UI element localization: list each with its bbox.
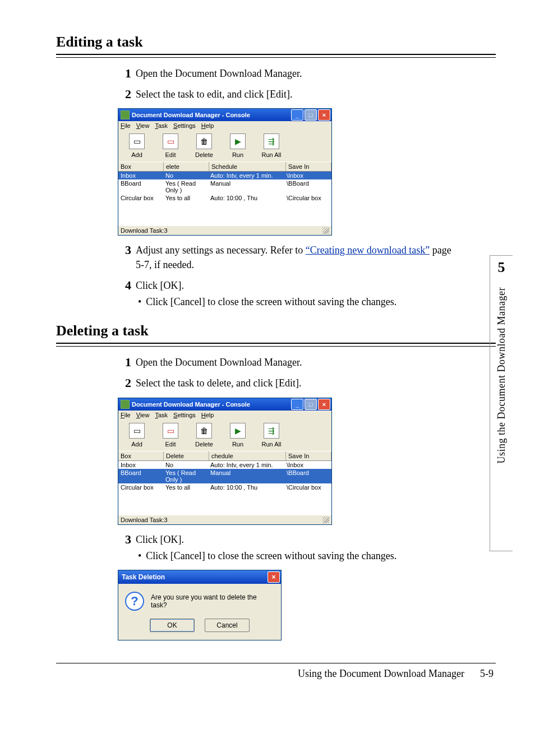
dialog-title: Task Deletion <box>122 573 165 581</box>
col-box[interactable]: Box <box>118 162 164 171</box>
step-number: 1 <box>118 356 131 369</box>
dialog-message: Are you sure you want to delete the task… <box>151 593 274 609</box>
step-number: 1 <box>118 67 131 80</box>
document-icon: ▭ <box>129 133 145 149</box>
step-number: 4 <box>118 279 131 292</box>
step-text: Click [OK]. •Click [Cancel] to close the… <box>136 279 454 309</box>
document-edit-icon: ▭ <box>163 423 178 439</box>
toolbar: ▭Add ▭Edit 🗑Delete ▶Run ⇶Run All <box>118 130 331 162</box>
section-deleting-title: Deleting a task <box>56 322 496 339</box>
col-delete[interactable]: Delete <box>164 451 209 460</box>
table-row[interactable]: BBoard Yes ( Read Only ) Manual \BBoard <box>118 469 331 483</box>
col-schedule[interactable]: chedule <box>209 451 286 460</box>
close-button[interactable]: × <box>318 399 330 410</box>
status-text: Download Task:3 <box>121 227 168 234</box>
ok-button[interactable]: OK <box>150 619 195 632</box>
menu-file[interactable]: File <box>121 412 131 418</box>
task-deletion-dialog: Task Deletion × ? Are you sure you want … <box>118 570 282 640</box>
table-row[interactable]: BBoard Yes ( Read Only ) Manual \BBoard <box>118 179 331 194</box>
menu-view[interactable]: View <box>136 122 150 129</box>
step-text: Open the Document Download Manager. <box>136 67 454 81</box>
menu-settings[interactable]: Settings <box>173 412 196 418</box>
dialog-titlebar: Task Deletion × <box>118 570 281 584</box>
table-row[interactable]: Circular box Yes to all Auto: 10:00 , Th… <box>118 483 331 491</box>
table-row[interactable]: Inbox No Auto: Intv, every 1 min. \Inbox <box>118 172 331 179</box>
resize-grip[interactable] <box>322 227 329 234</box>
run-icon: ▶ <box>230 133 246 149</box>
step-text: Select the task to edit, and click [Edit… <box>136 87 454 102</box>
menu-help[interactable]: Help <box>201 412 214 418</box>
menu-task[interactable]: Task <box>155 122 168 129</box>
trash-icon: 🗑 <box>196 423 212 439</box>
screenshot-deleting: Document Download Manager - Console _ □ … <box>118 398 454 525</box>
trash-icon: 🗑 <box>196 133 212 149</box>
page-footer: Using the Document Download Manager 5-9 <box>56 663 496 680</box>
cancel-button[interactable]: Cancel <box>205 619 250 632</box>
menu-file[interactable]: File <box>121 122 131 129</box>
statusbar: Download Task:3 <box>118 225 331 235</box>
window-titlebar: Document Download Manager - Console _ □ … <box>118 109 331 121</box>
menu-help[interactable]: Help <box>201 122 214 129</box>
screenshot-editing: Document Download Manager - Console _ □ … <box>118 108 454 236</box>
document-edit-icon: ▭ <box>163 133 178 149</box>
col-box[interactable]: Box <box>118 451 164 460</box>
section-rule <box>56 343 496 347</box>
step-number: 2 <box>118 376 131 390</box>
col-delete[interactable]: elete <box>164 162 209 171</box>
window-title: Document Download Manager - Console <box>132 401 290 408</box>
step-text: Adjust any settings as necessary. Refer … <box>136 243 454 271</box>
close-button[interactable]: × <box>318 109 330 121</box>
statusbar: Download Task:3 <box>118 515 331 524</box>
add-button[interactable]: ▭Add <box>124 423 150 448</box>
step-2: 2 Select the task to edit, and click [Ed… <box>118 87 454 102</box>
menu-task[interactable]: Task <box>155 412 168 418</box>
delete-button[interactable]: 🗑Delete <box>191 133 217 158</box>
footer-page-number: 5-9 <box>480 668 494 680</box>
chapter-number: 5 <box>498 259 505 276</box>
section-editing-title: Editing a task <box>56 34 496 50</box>
col-savein[interactable]: Save In <box>286 451 331 460</box>
dialog-close-button[interactable]: × <box>268 571 280 583</box>
run-icon: ▶ <box>230 423 246 439</box>
run-all-icon: ⇶ <box>264 423 279 439</box>
menubar: File View Task Settings Help <box>118 411 331 420</box>
run-all-button[interactable]: ⇶Run All <box>259 423 284 448</box>
step-text: Select the task to delete, and click [Ed… <box>136 376 454 390</box>
list-header: Box elete Schedule Save In <box>118 162 331 172</box>
list-body: Inbox No Auto: Intv, every 1 min. \Inbox… <box>118 172 331 225</box>
menu-view[interactable]: View <box>136 412 150 418</box>
edit-button[interactable]: ▭Edit <box>158 423 183 448</box>
status-text: Download Task:3 <box>121 517 168 523</box>
list-header: Box Delete chedule Save In <box>118 451 331 461</box>
run-button[interactable]: ▶Run <box>225 423 251 448</box>
question-icon: ? <box>125 592 144 611</box>
run-all-button[interactable]: ⇶Run All <box>259 133 284 158</box>
minimize-button[interactable]: _ <box>291 109 303 121</box>
run-all-icon: ⇶ <box>264 133 279 149</box>
minimize-button[interactable]: _ <box>291 399 303 410</box>
step-3: 3 Click [OK]. •Click [Cancel] to close t… <box>118 533 454 563</box>
col-schedule[interactable]: Schedule <box>209 162 286 171</box>
edit-button[interactable]: ▭Edit <box>158 133 183 158</box>
app-icon <box>121 400 130 409</box>
footer-chapter-title: Using the Document Download Manager <box>298 668 464 680</box>
col-savein[interactable]: Save In <box>286 162 331 171</box>
table-row[interactable]: Circular box Yes to all Auto: 10:00 , Th… <box>118 194 331 202</box>
maximize-button[interactable]: □ <box>305 109 317 121</box>
step-number: 3 <box>118 533 131 546</box>
step-number: 3 <box>118 243 131 257</box>
step-4: 4 Click [OK]. •Click [Cancel] to close t… <box>118 279 454 309</box>
toolbar: ▭Add ▭Edit 🗑Delete ▶Run ⇶Run All <box>118 420 331 451</box>
xref-creating-task[interactable]: “Creating new download task” <box>306 245 430 256</box>
window-title: Document Download Manager - Console <box>132 112 290 118</box>
document-icon: ▭ <box>129 423 145 439</box>
table-row[interactable]: Inbox No Auto: Intv, every 1 min. \Inbox <box>118 461 331 469</box>
chapter-title-vertical: Using the Document Download Manager <box>496 287 508 463</box>
run-button[interactable]: ▶Run <box>225 133 251 158</box>
add-button[interactable]: ▭Add <box>124 133 150 158</box>
step-text: Open the Document Download Manager. <box>136 356 454 370</box>
menu-settings[interactable]: Settings <box>173 122 196 129</box>
maximize-button[interactable]: □ <box>305 399 317 410</box>
delete-button[interactable]: 🗑Delete <box>191 423 217 448</box>
resize-grip[interactable] <box>322 517 329 523</box>
